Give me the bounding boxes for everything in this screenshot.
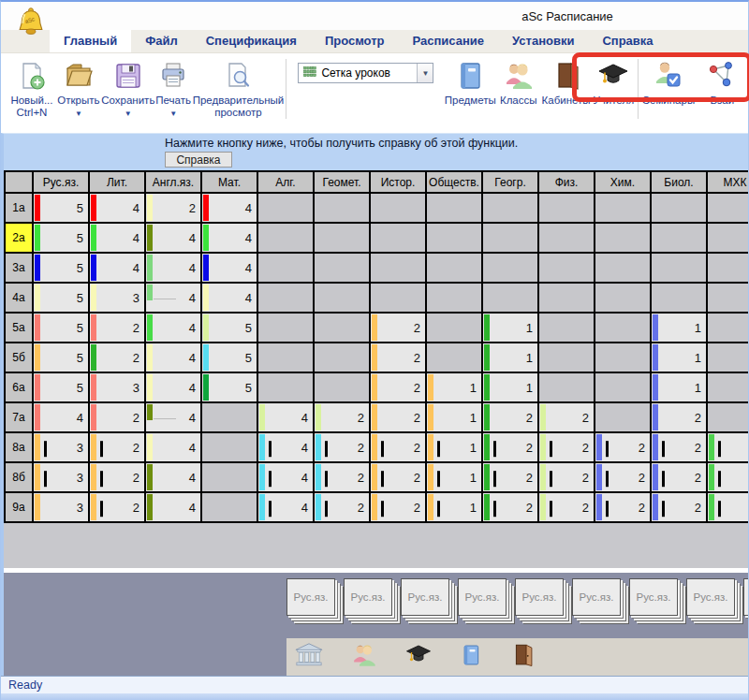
grid-cell[interactable]: 2 bbox=[89, 313, 145, 343]
column-header-Мат.[interactable]: Мат. bbox=[201, 171, 257, 193]
grid-cell[interactable] bbox=[482, 223, 538, 253]
grid-cell[interactable]: 2 bbox=[314, 432, 370, 462]
save-button[interactable]: Сохранить ▼ bbox=[102, 57, 154, 120]
grid-cell[interactable]: 5 bbox=[33, 223, 89, 253]
grid-cell[interactable]: 2 bbox=[651, 462, 707, 492]
grid-cell[interactable]: 4 bbox=[257, 492, 314, 522]
lesson-card-stack[interactable]: Рус.яз. bbox=[286, 578, 335, 616]
print-dropdown-arrow[interactable]: ▼ bbox=[169, 108, 177, 120]
grid-cell[interactable] bbox=[707, 193, 748, 223]
grid-cell[interactable] bbox=[707, 223, 748, 253]
grid-cell[interactable]: 4 bbox=[89, 223, 145, 253]
grid-cell[interactable] bbox=[651, 223, 707, 253]
grid-cell[interactable]: 5 bbox=[201, 343, 257, 372]
grid-cell[interactable]: 1 bbox=[426, 402, 482, 432]
subjects-button[interactable]: Предметы bbox=[445, 57, 496, 107]
grid-cell[interactable] bbox=[595, 223, 651, 253]
grid-cell[interactable] bbox=[707, 253, 748, 283]
new-button[interactable]: Новый... Ctrl+N bbox=[8, 57, 55, 119]
grid-cell[interactable] bbox=[370, 193, 426, 223]
grid-cell[interactable] bbox=[257, 343, 314, 372]
grid-cell[interactable]: 4 bbox=[145, 343, 201, 372]
row-header-2а[interactable]: 2а bbox=[5, 223, 33, 253]
row-header-7а[interactable]: 7а bbox=[5, 402, 33, 432]
grid-cell[interactable] bbox=[482, 193, 538, 223]
row-header-9а[interactable]: 9а bbox=[5, 492, 33, 522]
grid-cell[interactable]: 2 bbox=[314, 492, 370, 522]
grid-cell[interactable]: 2 bbox=[370, 343, 426, 372]
print-preview-button[interactable]: Предварительный просмотр bbox=[192, 57, 284, 119]
grid-cell[interactable]: 1 bbox=[651, 313, 707, 343]
grid-cell[interactable] bbox=[595, 313, 651, 343]
grid-cell[interactable]: 3 bbox=[33, 462, 89, 492]
column-header-Геомет.[interactable]: Геомет. bbox=[314, 171, 370, 193]
grid-cell[interactable]: 2 bbox=[651, 402, 707, 432]
grid-cell[interactable]: 2 bbox=[314, 402, 370, 432]
grid-cell[interactable] bbox=[538, 193, 595, 223]
grid-cell[interactable] bbox=[257, 223, 314, 253]
grid-cell[interactable] bbox=[707, 372, 748, 402]
tab-Расписание[interactable]: Расписание bbox=[399, 30, 499, 52]
grid-cell[interactable] bbox=[257, 283, 314, 313]
grid-cell[interactable]: 4 bbox=[89, 193, 145, 223]
grid-cell[interactable]: 2 bbox=[370, 372, 426, 402]
grid-cell[interactable] bbox=[595, 372, 651, 402]
grid-cell[interactable]: 4 bbox=[257, 432, 314, 462]
open-dropdown-arrow[interactable]: ▼ bbox=[75, 108, 82, 120]
grid-cell[interactable] bbox=[370, 223, 426, 253]
grid-cell[interactable]: 2 bbox=[538, 432, 595, 462]
classes-people-icon[interactable] bbox=[350, 641, 378, 673]
grid-cell[interactable]: 3 bbox=[33, 492, 89, 522]
grid-cell[interactable]: 2 bbox=[482, 432, 538, 462]
rooms-button[interactable]: Кабинеты bbox=[541, 57, 592, 107]
grid-cell[interactable]: 4 bbox=[145, 283, 201, 313]
grid-cell[interactable] bbox=[201, 492, 257, 522]
grid-cell[interactable]: 2 bbox=[370, 313, 426, 343]
grid-cell[interactable]: 2 bbox=[89, 402, 145, 432]
grid-cell[interactable]: 2 bbox=[538, 402, 595, 432]
grid-cell[interactable] bbox=[482, 253, 538, 283]
grid-cell[interactable]: 5 bbox=[33, 253, 89, 283]
grid-cell[interactable]: 2 bbox=[370, 492, 426, 522]
grid-cell[interactable] bbox=[707, 432, 748, 462]
column-header-Англ.яз.[interactable]: Англ.яз. bbox=[145, 171, 201, 193]
column-header-Лит.[interactable]: Лит. bbox=[89, 171, 145, 193]
row-header-3а[interactable]: 3а bbox=[5, 253, 33, 283]
lesson-card-stack[interactable]: Рус.яз. bbox=[743, 578, 748, 616]
grid-cell[interactable]: 4 bbox=[201, 253, 257, 283]
grid-cell[interactable]: 4 bbox=[257, 462, 314, 492]
grid-cell[interactable]: 4 bbox=[145, 462, 201, 492]
grid-cell[interactable]: 2 bbox=[89, 432, 145, 462]
column-header-Хим.[interactable]: Хим. bbox=[595, 171, 651, 193]
grid-cell[interactable]: 4 bbox=[201, 193, 257, 223]
grid-cell[interactable]: 4 bbox=[145, 223, 201, 253]
row-header-8б[interactable]: 8б bbox=[5, 462, 33, 492]
grid-cell[interactable]: 5 bbox=[201, 313, 257, 343]
grid-cell[interactable]: 5 bbox=[33, 193, 89, 223]
tab-Установки[interactable]: Установки bbox=[498, 30, 588, 52]
grid-cell[interactable] bbox=[370, 253, 426, 283]
grid-cell[interactable]: 1 bbox=[482, 343, 538, 372]
grid-cell[interactable]: 2 bbox=[89, 462, 145, 492]
grid-cell[interactable]: 3 bbox=[33, 432, 89, 462]
grid-cell[interactable] bbox=[707, 343, 748, 372]
grid-cell[interactable] bbox=[482, 283, 538, 313]
grid-cell[interactable] bbox=[651, 253, 707, 283]
column-header-Физ.[interactable]: Физ. bbox=[538, 171, 595, 193]
grid-cell[interactable]: 1 bbox=[426, 492, 482, 522]
grid-cell[interactable]: 5 bbox=[33, 283, 89, 313]
lesson-card-stack[interactable]: Рус.яз. bbox=[401, 578, 449, 616]
grid-cell[interactable]: 1 bbox=[426, 432, 482, 462]
tab-Справка[interactable]: Справка bbox=[588, 30, 667, 52]
grid-cell[interactable] bbox=[707, 283, 748, 313]
column-header-Рус.яз.[interactable]: Рус.яз. bbox=[33, 171, 89, 193]
grid-cell[interactable] bbox=[426, 223, 482, 253]
grid-cell[interactable] bbox=[707, 402, 748, 432]
grid-cell[interactable]: 5 bbox=[33, 372, 89, 402]
grid-cell[interactable]: 2 bbox=[651, 492, 707, 522]
grid-cell[interactable] bbox=[595, 343, 651, 372]
tab-Спецификация[interactable]: Спецификация bbox=[192, 30, 311, 52]
grid-cell[interactable] bbox=[370, 283, 426, 313]
grid-cell[interactable]: 5 bbox=[33, 313, 89, 343]
grid-cell[interactable]: 4 bbox=[201, 283, 257, 313]
